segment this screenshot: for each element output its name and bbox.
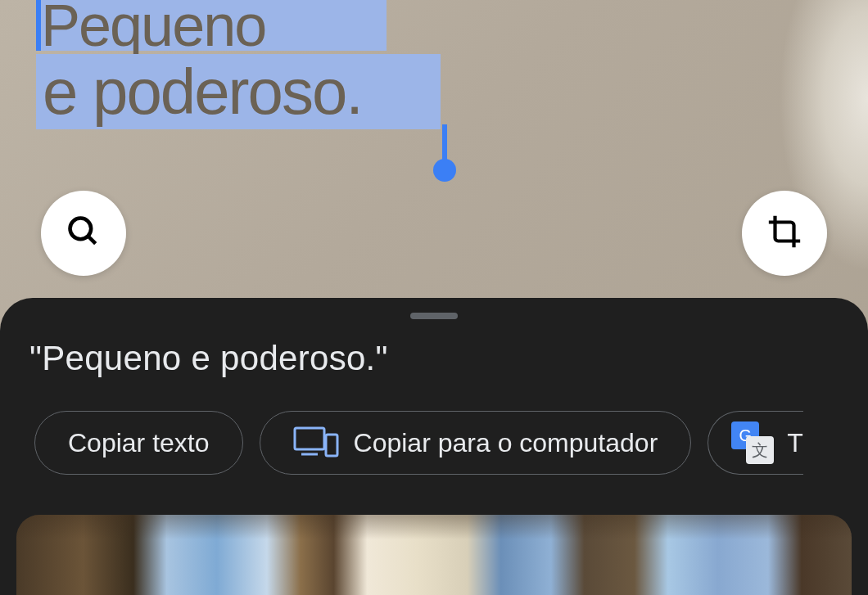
translate-button[interactable]: G 文 T	[708, 411, 803, 475]
search-result-image[interactable]	[16, 515, 852, 595]
selected-line-2[interactable]: e poderoso.	[36, 54, 441, 129]
copy-text-label: Copiar texto	[68, 428, 210, 458]
selected-text-quote: "Pequeno e poderoso."	[29, 339, 868, 378]
svg-line-1	[88, 237, 96, 244]
selection-end-handle[interactable]	[442, 124, 447, 170]
ocr-text-line-2: e poderoso.	[43, 63, 362, 120]
action-chip-row[interactable]: Copiar texto Copiar para o computador G …	[34, 411, 868, 475]
svg-rect-2	[295, 428, 324, 449]
ocr-text-line-1: Pequeno	[41, 0, 265, 52]
background-wall-shape	[639, 0, 868, 327]
translate-icon: G 文	[731, 421, 774, 464]
sheet-drag-handle[interactable]	[410, 313, 458, 319]
crop-button[interactable]	[742, 191, 827, 276]
crop-icon	[766, 213, 803, 254]
search-icon	[66, 214, 102, 253]
copy-to-computer-button[interactable]: Copiar para o computador	[260, 411, 692, 475]
devices-icon	[293, 426, 339, 459]
selected-line-1[interactable]: Pequeno	[36, 0, 387, 51]
translate-label-partial: T	[787, 428, 803, 458]
svg-rect-4	[326, 435, 337, 456]
results-bottom-sheet[interactable]: "Pequeno e poderoso." Copiar texto Copia…	[0, 298, 868, 595]
svg-point-0	[70, 219, 92, 240]
search-button[interactable]	[41, 191, 126, 276]
text-selection-overlay[interactable]: Pequeno e poderoso.	[36, 0, 441, 129]
copy-text-button[interactable]: Copiar texto	[34, 411, 243, 475]
copy-to-computer-label: Copiar para o computador	[354, 428, 658, 458]
